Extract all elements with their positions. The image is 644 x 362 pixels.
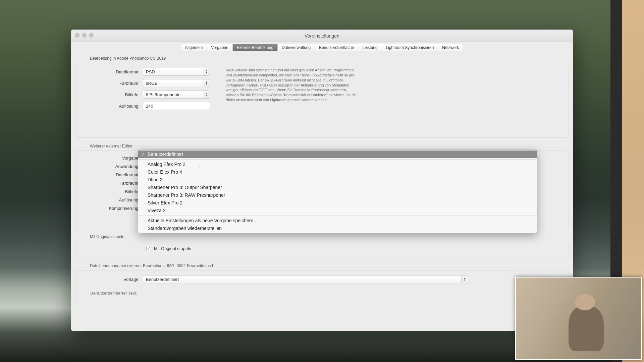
input-aufloesung[interactable] [143, 102, 210, 110]
panel-external-editor: Vorgabe: Anwendung: Dateiformat: Farbrau… [75, 150, 569, 228]
dropdown-item[interactable]: Viveza 2 [138, 207, 537, 215]
zoom-icon[interactable] [89, 33, 94, 38]
dropdown-item[interactable]: Sharpener Pro 3: RAW Presharpener [138, 191, 537, 199]
tab-lightroom-sync[interactable]: Lightroom Synchronisieren [382, 44, 438, 51]
traffic-lights [75, 33, 94, 38]
label-vorlage: Vorlage: [81, 277, 143, 282]
select-farbraum[interactable]: sRGB ▲▼ [143, 79, 210, 87]
tab-leistung[interactable]: Leistung [358, 44, 382, 51]
label-custom-text: Benutzerdefinierter Text: [90, 291, 138, 296]
panel-stack: ✓ Mit Original stapeln [75, 241, 569, 257]
tab-netzwerk[interactable]: Netzwerk [438, 44, 463, 51]
chevron-updown-icon: ▲▼ [461, 276, 468, 283]
tab-dateiverwaltung[interactable]: Dateiverwaltung [278, 44, 315, 51]
label-vorgabe: Vorgabe: [81, 156, 143, 161]
checkbox-stack-with-original[interactable]: ✓ [146, 246, 151, 251]
label-aufloesung-ext: Auflösung: [81, 197, 143, 202]
dropdown-item[interactable]: Color Efex Pro 4 [138, 168, 537, 176]
tabgroup: Allgemein Vorgaben Externe Bearbeitung D… [181, 44, 464, 51]
dropdown-item[interactable]: Sharpener Pro 3: Output Sharpener [138, 184, 537, 191]
chevron-updown-icon: ▲▼ [203, 68, 210, 75]
select-bittiefe-value: 8 Bit/Komponente [146, 92, 180, 97]
select-dateiformat[interactable]: PSD ▲▼ [143, 68, 210, 76]
label-farbraum-ext: Farbraum: [81, 181, 143, 186]
checkbox-stack-label: Mit Original stapeln [154, 246, 191, 251]
dropdown-item[interactable]: Silver Efex Pro 2 [138, 199, 537, 207]
preset-dropdown-menu: ✓ Benutzerdefiniert Analog Efex Pro 2 Co… [138, 149, 537, 233]
checkmark-icon: ✓ [141, 151, 145, 158]
select-bittiefe[interactable]: 8 Bit/Komponente ▲▼ [143, 90, 210, 99]
tabbar: Allgemein Vorgaben Externe Bearbeitung D… [71, 42, 573, 55]
chevron-updown-icon: ▲▼ [203, 91, 210, 98]
label-bittiefe-ext: Bittiefe: [81, 189, 143, 194]
titlebar: Voreinstellungen [71, 30, 573, 42]
panel-photoshop: 8-Bit-Dateien sind zwar kleiner und mit … [75, 63, 569, 138]
tab-allgemein[interactable]: Allgemein [181, 44, 207, 51]
select-dateiformat-value: PSD [146, 69, 155, 74]
label-komprimierung: Komprimierung: [81, 206, 143, 211]
photoshop-helptext: 8-Bit-Dateien sind zwar kleiner und mit … [226, 68, 360, 103]
label-bittiefe: Bittiefe: [81, 92, 143, 97]
dropdown-item-restore-defaults[interactable]: Standardvorgaben wiederherstellen [138, 225, 537, 232]
label-aufloesung: Auflösung: [81, 104, 143, 109]
select-farbraum-value: sRGB [146, 81, 158, 86]
section-naming-title: Dateibenennung bei externer Bearbeitung:… [85, 262, 573, 270]
window-title: Voreinstellungen [71, 33, 573, 39]
section-stack-title: Mit Original stapeln [85, 233, 573, 241]
label-dateiformat: Dateiformat: [81, 69, 143, 74]
chevron-updown-icon: ▲▼ [203, 79, 210, 87]
webcam-overlay [515, 277, 642, 360]
label-anwendung: Anwendung: [81, 164, 143, 169]
tab-vorgaben[interactable]: Vorgaben [207, 44, 232, 51]
dropdown-item-label: Benutzerdefiniert [148, 152, 183, 157]
select-vorlage[interactable]: Benutzerdefiniert ▲▼ [143, 275, 468, 283]
dropdown-item-save-preset[interactable]: Aktuelle Einstellungen als neue Vorgabe … [138, 217, 537, 225]
panel-naming: Vorlage: Benutzerdefiniert ▲▼ Benutzerde… [75, 270, 569, 302]
label-farbraum: Farbraum: [81, 81, 143, 86]
dropdown-separator [138, 159, 537, 160]
section-photoshop-title: Bearbeitung in Adobe Photoshop CC 2019 [85, 55, 573, 63]
label-dateiformat-ext: Dateiformat: [81, 172, 143, 177]
dropdown-item[interactable]: Dfine 2 [138, 176, 537, 184]
preferences-window: Voreinstellungen Allgemein Vorgaben Exte… [71, 29, 573, 331]
dropdown-item-selected[interactable]: ✓ Benutzerdefiniert [138, 150, 537, 158]
select-vorlage-value: Benutzerdefiniert [146, 277, 179, 282]
dropdown-separator [138, 216, 537, 216]
tab-externe-bearbeitung[interactable]: Externe Bearbeitung [233, 44, 278, 51]
tab-benutzeroberflaeche[interactable]: Benutzeroberfläche [315, 44, 358, 51]
close-icon[interactable] [75, 33, 79, 38]
minimize-icon[interactable] [82, 33, 87, 38]
